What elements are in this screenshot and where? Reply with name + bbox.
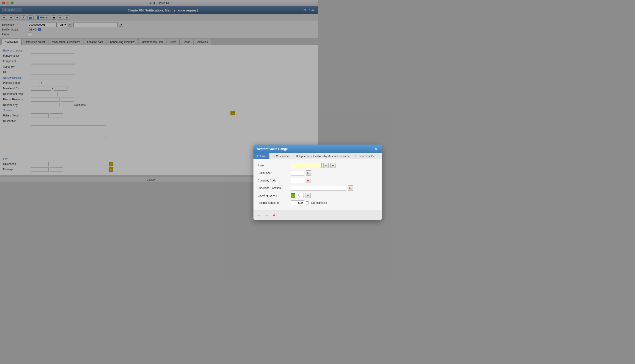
modal-tab-uppermost[interactable]: H: Uppermost locations by structure indi… xyxy=(293,154,317,159)
subnumber-label: Subnumber xyxy=(258,172,289,174)
modal-tab-cost-center[interactable]: C: Cost center xyxy=(270,154,293,159)
restrict-value-modal: Restrict Value Range ✕ A: Asset C: Cost … xyxy=(253,144,318,182)
company-code-label: Company Code xyxy=(258,179,289,182)
asset-input[interactable] xyxy=(291,163,318,168)
modal-tab-asset[interactable]: A: Asset xyxy=(253,154,270,159)
asset-label: Asset xyxy=(258,164,289,167)
subnumber-input[interactable] xyxy=(291,170,304,176)
modal-overlay: Restrict Value Range ✕ A: Asset C: Cost … xyxy=(0,0,317,182)
subnumber-nav-btn[interactable]: ▶ xyxy=(306,170,311,176)
modal-header: Restrict Value Range ✕ xyxy=(253,144,318,154)
modal-body: Asset ⊞ ▶ Subnumber ▶ Company Code ▶ xyxy=(253,159,318,182)
company-code-input[interactable] xyxy=(291,178,304,182)
subnumber-row: Subnumber ▶ xyxy=(258,170,318,176)
modal-tabs: A: Asset C: Cost center H: Uppermost loc… xyxy=(253,154,318,159)
modal-title: Restrict Value Range xyxy=(257,147,288,151)
company-code-row: Company Code ▶ xyxy=(258,178,318,182)
company-code-nav-btn[interactable]: ▶ xyxy=(306,178,311,182)
asset-row: Asset ⊞ ▶ xyxy=(258,163,318,168)
